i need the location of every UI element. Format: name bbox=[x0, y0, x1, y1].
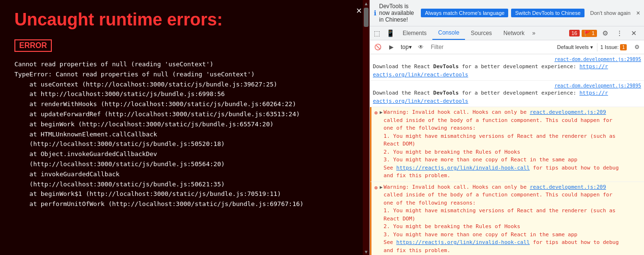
notification-close-button[interactable]: × bbox=[636, 9, 640, 17]
devtools-more-button[interactable]: ⋮ bbox=[613, 27, 626, 39]
console-content[interactable]: react-dom.development.js:29895 Download … bbox=[370, 54, 644, 255]
entry-link-3[interactable]: react.development.js:209 bbox=[530, 109, 606, 115]
devtools-notification: ℹ DevTools is now available in Chinese! … bbox=[370, 0, 644, 26]
notification-text: DevTools is now available in Chinese! bbox=[379, 3, 418, 23]
entry-text-2: Download the React DevTools for a better… bbox=[373, 89, 641, 105]
console-entry-warning-2: ⊗ ▶ Warning: Invalid hook call. Hooks ca… bbox=[370, 182, 644, 255]
entry-link-4[interactable]: react.development.js:209 bbox=[530, 184, 606, 190]
error-circle-icon-1: ⊗ bbox=[374, 109, 378, 117]
tab-elements[interactable]: Elements bbox=[397, 27, 432, 39]
console-entry-react-devtools-2: react-dom.development.js:29895 Download … bbox=[370, 81, 644, 107]
chevron-down-icon: ▾ bbox=[590, 44, 593, 50]
scrollbar[interactable]: ▲ ▼ bbox=[363, 0, 370, 255]
scroll-down-arrow[interactable]: ▼ bbox=[363, 248, 370, 255]
console-settings-button[interactable]: ⚙ bbox=[632, 42, 642, 52]
devtools-tabs: Elements Console Sources Network » bbox=[397, 26, 537, 40]
devtools-panel: ℹ DevTools is now available in Chinese! … bbox=[370, 0, 644, 255]
error-body: Cannot read properties of null (reading … bbox=[14, 60, 355, 209]
scroll-thumb[interactable] bbox=[364, 8, 369, 27]
match-language-button[interactable]: Always match Chrome's language bbox=[421, 9, 508, 17]
dont-show-button[interactable]: Don't show again bbox=[587, 9, 633, 17]
filter-input[interactable] bbox=[428, 43, 553, 51]
tab-sources[interactable]: Sources bbox=[465, 27, 498, 39]
entry-url-link-1[interactable]: https://reactjs.org/link/react-devtools bbox=[373, 63, 608, 78]
tab-console[interactable]: Console bbox=[432, 26, 465, 40]
info-icon: ℹ bbox=[374, 9, 376, 17]
device-toolbar-icon[interactable]: 📱 bbox=[383, 26, 397, 40]
switch-language-button[interactable]: Switch DevTools to Chinese bbox=[511, 9, 584, 17]
console-filter-bar: 🚫 ▶ top ▾ 👁 Default levels ▾ 1 Issue: 1 … bbox=[370, 40, 644, 54]
devtools-settings-button[interactable]: ⚙ bbox=[599, 27, 611, 39]
warning-flag-icon: 🚩 bbox=[584, 30, 591, 36]
error-count-badge: 16 bbox=[569, 30, 580, 36]
devtools-close-button[interactable]: ✕ bbox=[628, 27, 640, 39]
devtools-badges: 16 🚩 1 ⚙ ⋮ ✕ bbox=[569, 27, 644, 39]
inspect-element-icon[interactable]: ⬚ bbox=[370, 26, 383, 40]
entry-expand-toggle-1[interactable]: ▶ bbox=[380, 109, 382, 116]
console-entry-react-devtools-1: react-dom.development.js:29895 Download … bbox=[370, 54, 644, 81]
entry-link-2[interactable]: react-dom.development.js:29895 bbox=[554, 82, 641, 89]
devtools-toolbar: ⬚ 📱 Elements Console Sources Network » 1… bbox=[370, 26, 644, 40]
issue-flag-icon: 1 bbox=[620, 44, 627, 50]
more-tabs-button[interactable]: » bbox=[530, 30, 537, 36]
entry-expand-toggle-2[interactable]: ▶ bbox=[380, 183, 382, 191]
warning-count-badge: 🚩 1 bbox=[582, 30, 597, 37]
live-expression-button[interactable]: 👁 bbox=[416, 42, 426, 52]
entry-link-1[interactable]: react-dom.development.js:29895 bbox=[554, 56, 641, 63]
close-button[interactable]: × bbox=[356, 6, 362, 15]
top-context-selector[interactable]: top ▾ bbox=[399, 43, 414, 51]
error-circle-icon-2: ⊗ bbox=[374, 183, 378, 192]
default-levels-selector[interactable]: Default levels ▾ bbox=[555, 43, 595, 51]
clear-console-button[interactable]: 🚫 bbox=[372, 41, 383, 53]
entry-hook-url-1[interactable]: https://reactjs.org/link/invalid-hook-ca… bbox=[396, 165, 530, 171]
console-execute-button[interactable]: ▶ bbox=[385, 41, 397, 53]
issue-counter[interactable]: 1 Issue: 1 bbox=[597, 43, 630, 51]
console-entry-warning-1: ⊗ ▶ Warning: Invalid hook call. Hooks ca… bbox=[370, 107, 644, 182]
entry-url-link-2[interactable]: https://reactjs.org/link/react-devtools bbox=[373, 90, 608, 104]
tab-network[interactable]: Network bbox=[498, 27, 530, 39]
entry-text-1: Download the React DevTools for a better… bbox=[373, 63, 641, 79]
chevron-down-icon: ▾ bbox=[409, 44, 412, 50]
scroll-up-arrow[interactable]: ▲ bbox=[363, 0, 370, 7]
entry-hook-url-2[interactable]: https://reactjs.org/link/invalid-hook-ca… bbox=[396, 239, 530, 245]
error-overlay: × Uncaught runtime errors: ERROR Cannot … bbox=[0, 0, 370, 255]
error-title: Uncaught runtime errors: bbox=[14, 10, 355, 30]
error-label: ERROR bbox=[14, 39, 52, 52]
